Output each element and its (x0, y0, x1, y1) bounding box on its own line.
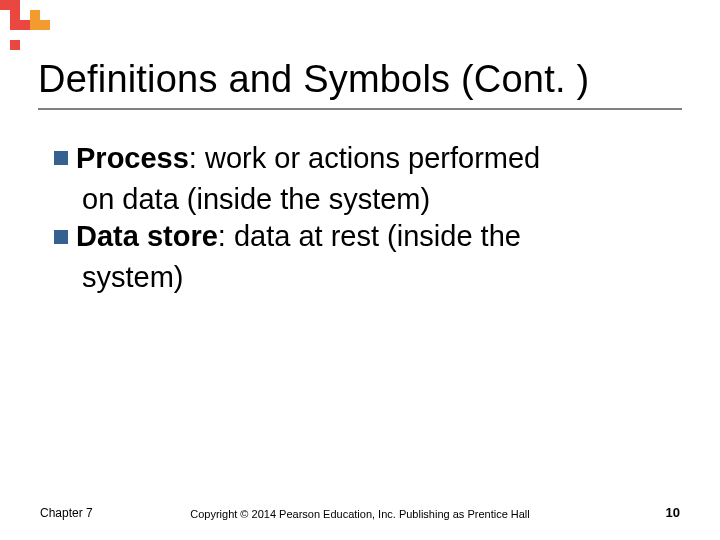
logo-pixel (40, 0, 50, 10)
logo-pixel (30, 40, 40, 50)
bullet-text: : data at rest (inside the (218, 220, 521, 252)
logo (0, 0, 50, 50)
logo-pixel (10, 0, 20, 10)
logo-pixel (30, 30, 40, 40)
logo-pixel (30, 0, 40, 10)
logo-pixel (20, 0, 30, 10)
logo-pixel (40, 10, 50, 20)
logo-pixel (40, 20, 50, 30)
bullet-term: Data store (76, 220, 218, 252)
logo-pixel (30, 10, 40, 20)
logo-pixel (30, 20, 40, 30)
logo-pixel (10, 30, 20, 40)
bullet-square-icon (54, 151, 68, 165)
logo-pixel (40, 40, 50, 50)
slide-title: Definitions and Symbols (Cont. ) (38, 58, 589, 101)
logo-pixel (20, 20, 30, 30)
bullet-continuation: system) (54, 259, 674, 296)
logo-grid (0, 0, 50, 50)
logo-pixel (0, 40, 10, 50)
logo-pixel (10, 10, 20, 20)
bullet-square-icon (54, 230, 68, 244)
logo-pixel (10, 40, 20, 50)
logo-pixel (20, 40, 30, 50)
bullet-item: Data store: data at rest (inside the (54, 218, 674, 255)
title-rule (38, 108, 682, 110)
slide: Definitions and Symbols (Cont. ) Process… (0, 0, 720, 540)
footer-page-number: 10 (666, 505, 680, 520)
bullet-text: : work or actions performed (189, 142, 540, 174)
bullet-item: Process: work or actions performed (54, 140, 674, 177)
footer-copyright: Copyright © 2014 Pearson Education, Inc.… (0, 508, 720, 520)
logo-pixel (0, 20, 10, 30)
logo-pixel (0, 0, 10, 10)
logo-pixel (10, 20, 20, 30)
logo-pixel (0, 30, 10, 40)
bullet-continuation: on data (inside the system) (54, 181, 674, 218)
logo-pixel (20, 10, 30, 20)
logo-pixel (20, 30, 30, 40)
body: Process: work or actions performed on da… (54, 140, 674, 296)
bullet-term: Process (76, 142, 189, 174)
logo-pixel (40, 30, 50, 40)
logo-pixel (0, 10, 10, 20)
